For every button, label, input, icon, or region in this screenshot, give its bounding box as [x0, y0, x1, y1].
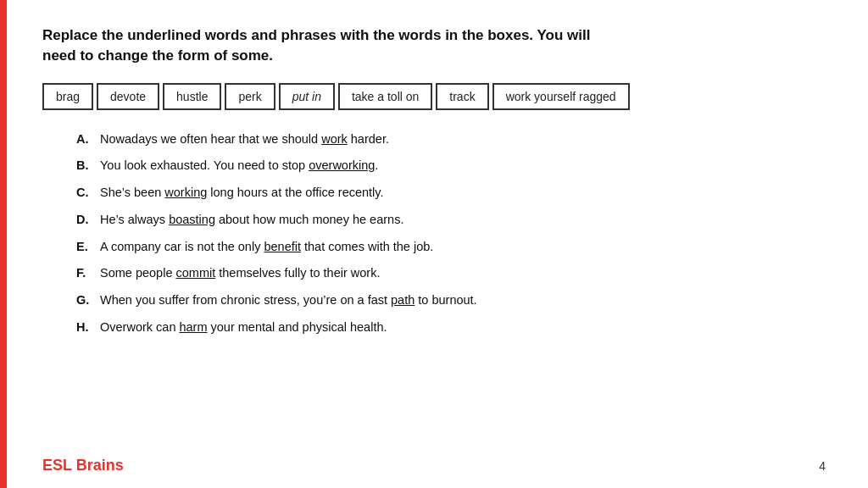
page-container: Replace the underlined words and phrases…: [0, 0, 868, 488]
sentences-container: A.Nowadays we often hear that we should …: [76, 130, 826, 337]
word-box-devote[interactable]: devote: [97, 83, 159, 110]
word-box-take-a-toll-on[interactable]: take a toll on: [338, 83, 432, 110]
brand-logo: ESL Brains: [42, 457, 124, 474]
word-box-put-in[interactable]: put in: [279, 83, 335, 110]
page-number: 4: [819, 459, 826, 473]
word-box-brag[interactable]: brag: [42, 83, 93, 110]
sentence-item: B.You look exhausted. You need to stop o…: [76, 157, 826, 175]
sentence-label-G: G.: [76, 291, 93, 310]
sentence-text-2: She’s been working long hours at the off…: [100, 184, 384, 202]
word-box-work-yourself-ragged[interactable]: work yourself ragged: [492, 83, 630, 110]
instructions: Replace the underlined words and phrases…: [42, 25, 826, 66]
instructions-line1: Replace the underlined words and phrases…: [42, 27, 590, 43]
word-boxes-container: bragdevotehustleperkput intake a toll on…: [42, 83, 826, 110]
sentence-label-D: D.: [76, 211, 93, 230]
sentence-item: H.Overwork can harm your mental and phys…: [76, 319, 826, 337]
sentence-label-B: B.: [76, 157, 93, 175]
sentence-text-6: When you suffer from chronic stress, you…: [100, 291, 477, 310]
word-box-hustle[interactable]: hustle: [163, 83, 221, 110]
sentence-label-C: C.: [76, 184, 93, 202]
sentence-text-4: A company car is not the only benefit th…: [100, 238, 433, 257]
sentence-label-E: E.: [76, 238, 93, 257]
sentence-item: G.When you suffer from chronic stress, y…: [76, 291, 826, 310]
sentence-label-A: A.: [76, 130, 93, 149]
instructions-line2: need to change the form of some.: [42, 47, 273, 64]
sentence-text-3: He’s always boasting about how much mone…: [100, 211, 403, 230]
sentence-text-0: Nowadays we often hear that we should wo…: [100, 130, 389, 149]
word-box-track[interactable]: track: [436, 83, 488, 110]
sentence-item: E.A company car is not the only benefit …: [76, 238, 826, 257]
sentence-text-7: Overwork can harm your mental and physic…: [100, 319, 387, 337]
sentence-label-H: H.: [76, 319, 93, 337]
sentence-label-F: F.: [76, 264, 93, 283]
footer: ESL Brains 4: [0, 457, 826, 474]
sentence-text-1: You look exhausted. You need to stop ove…: [100, 157, 378, 175]
sentence-item: F.Some people commit themselves fully to…: [76, 264, 826, 283]
sentence-item: C.She’s been working long hours at the o…: [76, 184, 826, 202]
sentence-item: A.Nowadays we often hear that we should …: [76, 130, 826, 149]
word-box-perk[interactable]: perk: [225, 83, 275, 110]
sentence-item: D.He’s always boasting about how much mo…: [76, 211, 826, 230]
sentence-text-5: Some people commit themselves fully to t…: [100, 264, 380, 283]
